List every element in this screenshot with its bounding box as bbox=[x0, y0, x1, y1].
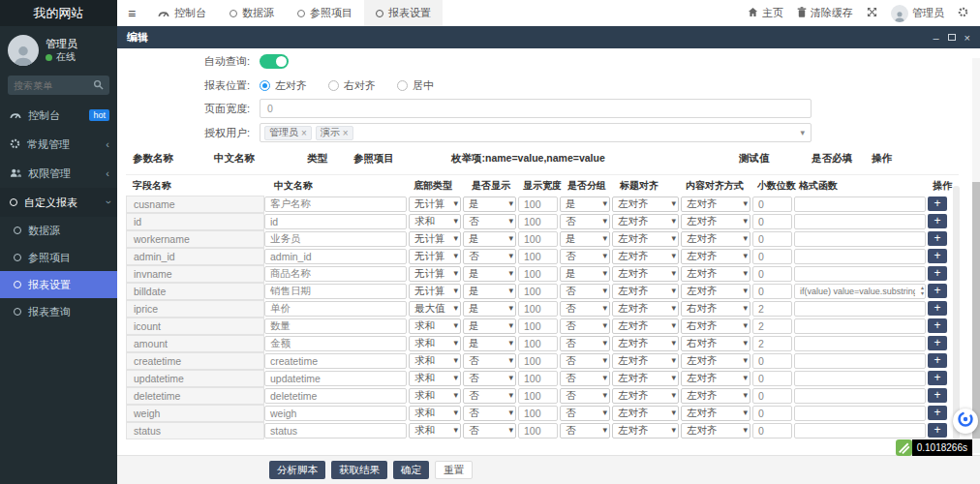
caret-down-icon[interactable]: ▾ bbox=[800, 128, 805, 137]
title-align-select[interactable]: 左对齐▾ bbox=[612, 371, 679, 386]
auth-users-select[interactable]: 管理员× 演示× ▾ bbox=[260, 123, 812, 142]
decimals-input[interactable]: 0 bbox=[752, 406, 792, 421]
format-function-input[interactable]: if(value) value=value.substring(0,10);▴▾ bbox=[794, 284, 926, 299]
format-function-input[interactable]: ▴▾ bbox=[794, 371, 926, 386]
cname-input[interactable]: 销售日期 bbox=[264, 284, 407, 299]
title-align-select[interactable]: 左对齐▾ bbox=[612, 301, 679, 317]
cname-input[interactable]: 客户名称 bbox=[264, 197, 407, 212]
fullscreen-button[interactable] bbox=[867, 7, 877, 19]
show-select[interactable]: 是▾ bbox=[463, 231, 516, 247]
remove-tag-icon[interactable]: × bbox=[343, 128, 349, 138]
content-align-select[interactable]: 右对齐▾ bbox=[681, 301, 750, 317]
group-select[interactable]: 否▾ bbox=[560, 353, 610, 369]
group-select[interactable]: 否▾ bbox=[560, 336, 610, 351]
group-select[interactable]: 否▾ bbox=[560, 284, 610, 299]
group-select[interactable]: 否▾ bbox=[560, 371, 610, 386]
display-width-input[interactable]: 100 bbox=[518, 266, 558, 282]
content-align-select[interactable]: 左对齐▾ bbox=[681, 423, 750, 439]
format-function-input[interactable]: ▴▾ bbox=[794, 353, 926, 369]
show-select[interactable]: 是▾ bbox=[463, 266, 516, 282]
content-align-select[interactable]: 左对齐▾ bbox=[681, 371, 750, 386]
show-select[interactable]: 是▾ bbox=[463, 336, 516, 351]
hamburger-icon[interactable]: ≡ bbox=[117, 0, 146, 26]
title-align-select[interactable]: 左对齐▾ bbox=[612, 353, 679, 369]
calc-type-select[interactable]: 求和▾ bbox=[409, 406, 461, 421]
display-width-input[interactable]: 100 bbox=[518, 406, 558, 421]
cname-input[interactable]: createtime bbox=[264, 353, 407, 369]
calc-type-select[interactable]: 无计算▾ bbox=[409, 249, 461, 264]
site-logo[interactable]: 我的网站 bbox=[0, 0, 117, 26]
display-width-input[interactable]: 100 bbox=[518, 214, 558, 229]
content-align-select[interactable]: 左对齐▾ bbox=[681, 388, 750, 404]
calc-type-select[interactable]: 求和▾ bbox=[409, 388, 461, 404]
add-row-button[interactable]: + bbox=[928, 318, 947, 333]
decimals-input[interactable]: 0 bbox=[752, 388, 792, 404]
title-align-select[interactable]: 左对齐▾ bbox=[612, 388, 679, 404]
scrollbar-thumb[interactable] bbox=[972, 182, 980, 439]
analyze-script-button[interactable]: 分析脚本 bbox=[269, 461, 325, 479]
title-align-select[interactable]: 左对齐▾ bbox=[612, 423, 679, 439]
add-row-button[interactable]: + bbox=[928, 284, 947, 298]
format-function-input[interactable]: ▴▾ bbox=[794, 423, 926, 439]
content-align-select[interactable]: 左对齐▾ bbox=[681, 406, 750, 421]
title-align-select[interactable]: 左对齐▾ bbox=[612, 231, 679, 247]
content-align-select[interactable]: 左对齐▾ bbox=[681, 214, 750, 229]
calc-type-select[interactable]: 无计算▾ bbox=[409, 284, 461, 299]
add-row-button[interactable]: + bbox=[928, 231, 947, 246]
decimals-input[interactable]: 0 bbox=[752, 371, 792, 386]
cname-input[interactable]: 金额 bbox=[264, 336, 407, 351]
get-results-button[interactable]: 获取结果 bbox=[331, 461, 387, 479]
show-select[interactable]: 是▾ bbox=[463, 197, 516, 212]
auto-query-toggle[interactable] bbox=[260, 54, 289, 69]
calc-type-select[interactable]: 求和▾ bbox=[409, 423, 461, 439]
display-width-input[interactable]: 100 bbox=[518, 249, 558, 264]
group-select[interactable]: 是▾ bbox=[560, 231, 610, 247]
cname-input[interactable]: status bbox=[264, 423, 407, 439]
display-width-input[interactable]: 100 bbox=[518, 318, 558, 334]
decimals-input[interactable]: 2 bbox=[752, 336, 792, 351]
title-align-select[interactable]: 左对齐▾ bbox=[612, 197, 679, 212]
show-select[interactable]: 否▾ bbox=[463, 353, 516, 369]
cname-input[interactable]: 业务员 bbox=[264, 231, 407, 247]
add-row-button[interactable]: + bbox=[928, 336, 947, 350]
group-select[interactable]: 是▾ bbox=[560, 197, 610, 212]
sidebar-item-custom-reports[interactable]: 自定义报表 ‹ bbox=[0, 188, 117, 217]
sidebar-search[interactable] bbox=[8, 76, 109, 95]
title-align-select[interactable]: 左对齐▾ bbox=[612, 266, 679, 282]
add-row-button[interactable]: + bbox=[928, 371, 947, 385]
add-row-button[interactable]: + bbox=[928, 388, 947, 403]
format-function-input[interactable]: ▴▾ bbox=[794, 197, 926, 212]
content-align-select[interactable]: 左对齐▾ bbox=[681, 266, 750, 282]
title-align-select[interactable]: 左对齐▾ bbox=[612, 406, 679, 421]
calc-type-select[interactable]: 求和▾ bbox=[409, 336, 461, 351]
show-select[interactable]: 否▾ bbox=[463, 249, 516, 264]
content-align-select[interactable]: 左对齐▾ bbox=[681, 284, 750, 299]
cname-input[interactable]: admin_id bbox=[264, 249, 407, 264]
reset-button[interactable]: 重置 bbox=[435, 461, 473, 479]
format-function-input[interactable]: ▴▾ bbox=[794, 301, 926, 317]
clear-cache-button[interactable]: 清除缓存 bbox=[797, 6, 853, 20]
format-function-input[interactable]: ▴▾ bbox=[794, 336, 926, 351]
show-select[interactable]: 是▾ bbox=[463, 284, 516, 299]
add-row-button[interactable]: + bbox=[928, 406, 947, 420]
content-align-select[interactable]: 左对齐▾ bbox=[681, 197, 750, 212]
show-select[interactable]: 是▾ bbox=[463, 301, 516, 317]
cname-input[interactable]: weigh bbox=[264, 406, 407, 421]
decimals-input[interactable]: 0 bbox=[752, 214, 792, 229]
calc-type-select[interactable]: 最大值▾ bbox=[409, 301, 461, 317]
decimals-input[interactable]: 2 bbox=[752, 318, 792, 334]
sidebar-subitem-datasource[interactable]: 数据源 bbox=[0, 217, 117, 244]
title-align-select[interactable]: 左对齐▾ bbox=[612, 249, 679, 264]
add-row-button[interactable]: + bbox=[928, 214, 947, 228]
content-align-select[interactable]: 左对齐▾ bbox=[681, 231, 750, 247]
radio-align-center[interactable]: 居中 bbox=[397, 78, 434, 93]
format-function-input[interactable]: ▴▾ bbox=[794, 249, 926, 264]
group-select[interactable]: 是▾ bbox=[560, 266, 610, 282]
calc-type-select[interactable]: 无计算▾ bbox=[409, 266, 461, 282]
remove-tag-icon[interactable]: × bbox=[301, 128, 307, 138]
decimals-input[interactable]: 0 bbox=[752, 284, 792, 299]
radio-align-left[interactable]: 左对齐 bbox=[260, 78, 307, 93]
group-select[interactable]: 否▾ bbox=[560, 406, 610, 421]
content-align-select[interactable]: 左对齐▾ bbox=[681, 353, 750, 369]
decimals-input[interactable]: 0 bbox=[752, 249, 792, 264]
